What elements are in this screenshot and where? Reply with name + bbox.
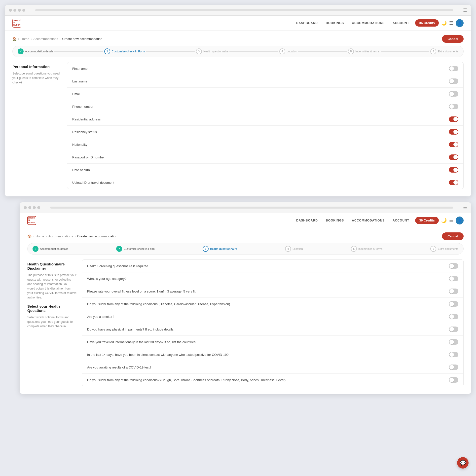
credits-button-1[interactable]: 36 Credits (415, 19, 439, 27)
step-1-1: ✓ Accommodation details (18, 48, 53, 54)
nav-actions-1: 36 Credits 🌙 ☰ 👤 (415, 19, 464, 27)
cancel-area-1: Cancel (442, 35, 464, 43)
field-toggle-9[interactable] (449, 180, 458, 185)
field-toggle-8[interactable] (449, 167, 458, 173)
moon-icon-2[interactable]: 🌙 (441, 218, 447, 223)
disclaimer-title: Health Questionnaire Disclaimer (27, 262, 77, 270)
step-sep-8 (238, 249, 284, 249)
hamburger-icon-2[interactable]: ☰ (463, 205, 467, 210)
screening-row: Health Screening questionnaire is requir… (82, 260, 463, 272)
avatar-2[interactable]: 👤 (456, 217, 464, 224)
question-toggle-6[interactable] (449, 352, 458, 357)
dot-4 (22, 9, 25, 12)
question-label-0: What is your age category? (87, 277, 126, 281)
left-panel-2: Health Questionnaire Disclaimer The purp… (27, 259, 82, 386)
step-2-1: ✓ Accommodation details (33, 246, 68, 252)
menu-icon-1[interactable]: ☰ (449, 20, 453, 26)
question-toggle-1[interactable] (449, 289, 458, 294)
screening-label: Health Screening questionnaire is requir… (87, 264, 148, 268)
step-2-5: 5 Indemnities & terms (351, 246, 382, 252)
field-toggle-1[interactable] (449, 78, 458, 84)
step-label-2-5: Indemnities & terms (358, 247, 382, 250)
step-1-4: 4 Location (279, 48, 297, 54)
step-2-6: 6 Extra documents (430, 246, 458, 252)
step-circle-2-3: 3 (203, 246, 209, 252)
field-row-1: Last name (67, 75, 463, 88)
step-circle-1-4: 4 (279, 48, 285, 54)
field-toggle-7[interactable] (449, 154, 458, 160)
step-1-2: 2 Customise check-in Form (104, 48, 145, 54)
field-toggle-0[interactable] (449, 66, 458, 71)
breadcrumb-2: 🏠 › Home › Accommodations › Create new a… (20, 228, 471, 243)
question-toggle-7[interactable] (449, 365, 458, 370)
field-toggle-6[interactable] (449, 142, 458, 147)
breadcrumb-accommodations-1[interactable]: Accommodations (33, 37, 58, 41)
question-row-4: Do you have any physical impairments? If… (82, 323, 463, 336)
menu-icon-2[interactable]: ☰ (449, 218, 453, 223)
nav-account-2[interactable]: ACCOUNT (393, 219, 409, 222)
cancel-button-1[interactable]: Cancel (442, 35, 464, 43)
hamburger-icon-1[interactable]: ☰ (463, 7, 467, 13)
field-toggle-2[interactable] (449, 91, 458, 97)
logo-2: CHECK-IN BUDDY (27, 216, 36, 225)
step-circle-2-5: 5 (351, 246, 357, 252)
cancel-button-2[interactable]: Cancel (442, 232, 464, 240)
screening-toggle[interactable] (449, 263, 458, 269)
dot-8 (37, 206, 40, 209)
question-toggle-0[interactable] (449, 276, 458, 281)
dot-2 (13, 9, 16, 12)
step-1-5: 5 Indemnities & terms (348, 48, 379, 54)
home-icon-1[interactable]: 🏠 (12, 37, 17, 41)
step-label-2-6: Extra documents (438, 247, 458, 250)
content-area-2: Health Questionnaire Disclaimer The purp… (20, 259, 471, 394)
logo-1: CHECK-IN BUDDY (12, 19, 21, 28)
step-sep-1 (54, 51, 103, 52)
health-questions-title: Select your Health Questions (27, 304, 77, 313)
sep-1: › (18, 37, 19, 41)
step-1-6: 6 Extra documents (430, 48, 458, 54)
field-toggle-4[interactable] (449, 116, 458, 122)
question-toggle-3[interactable] (449, 314, 458, 319)
moon-icon-1[interactable]: 🌙 (441, 20, 447, 26)
question-toggle-2[interactable] (449, 301, 458, 307)
nav-dashboard-1[interactable]: DASHBOARD (296, 21, 318, 25)
sep-7: › (46, 234, 47, 238)
chat-bubble[interactable]: 💬 (457, 457, 469, 469)
nav-dashboard-2[interactable]: DASHBOARD (296, 219, 318, 222)
home-icon-2[interactable]: 🏠 (27, 234, 32, 238)
nav-bookings-2[interactable]: BOOKINGS (326, 219, 344, 222)
step-circle-1-3: 3 (196, 48, 202, 54)
question-label-8: Do you suffer from any of the following … (87, 378, 286, 382)
nav-account-1[interactable]: ACCOUNT (393, 21, 409, 25)
nav-accommodations-1[interactable]: ACCOMMODATIONS (352, 21, 385, 25)
breadcrumb-accommodations-2[interactable]: Accommodations (48, 234, 73, 238)
field-label-9: Upload ID or travel document (72, 181, 114, 184)
right-panel-1: First nameLast nameEmailPhone numberResi… (67, 62, 464, 189)
nav-bookings-1[interactable]: BOOKINGS (326, 21, 344, 25)
question-toggle-4[interactable] (449, 327, 458, 332)
dot-7 (33, 206, 36, 209)
nav-accommodations-2[interactable]: ACCOMMODATIONS (352, 219, 385, 222)
step-sep-2 (146, 51, 195, 52)
breadcrumb-home-1[interactable]: Home (21, 37, 29, 41)
step-sep-3 (229, 51, 278, 52)
avatar-1[interactable]: 👤 (456, 19, 464, 27)
window-dots-2 (24, 206, 40, 209)
field-row-9: Upload ID or travel document (67, 176, 463, 189)
step-circle-1-1: ✓ (18, 48, 24, 54)
question-toggle-8[interactable] (449, 377, 458, 383)
credits-button-2[interactable]: 36 Credits (415, 217, 439, 224)
health-questions-desc: Select which optional forms and question… (27, 315, 77, 329)
step-sep-9 (304, 249, 350, 249)
breadcrumb-home-2[interactable]: Home (36, 234, 44, 238)
content-area-1: Personal Information Select personal que… (5, 62, 471, 196)
field-toggle-5[interactable] (449, 129, 458, 135)
field-label-7: Passport or ID number (72, 155, 105, 159)
stepper-2: ✓ Accommodation details ✓ Customise chec… (27, 243, 464, 255)
step-circle-2-2: ✓ (116, 246, 122, 252)
field-toggle-3[interactable] (449, 104, 458, 109)
question-row-6: In the last 14 days, have you been in di… (82, 348, 463, 361)
question-toggle-5[interactable] (449, 339, 458, 345)
field-label-8: Date of birth (72, 168, 90, 172)
step-label-1-6: Extra documents (438, 50, 458, 53)
